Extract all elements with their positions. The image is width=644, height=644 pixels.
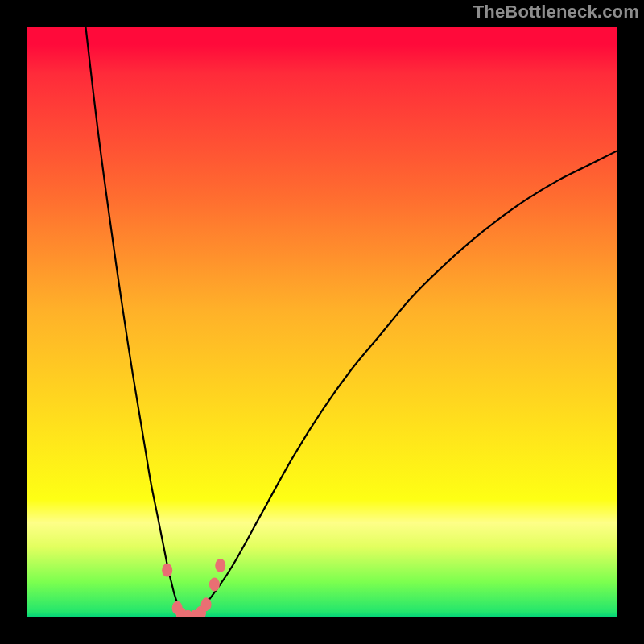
watermark: TheBottleneck.com <box>473 2 639 23</box>
chart-marker <box>209 577 220 591</box>
chart-svg <box>27 27 617 617</box>
bottleneck-curve <box>85 27 617 617</box>
chart-markers <box>162 559 225 617</box>
chart-marker <box>162 564 172 577</box>
chart-marker <box>215 559 225 572</box>
chart-plot-area <box>27 27 617 617</box>
chart-marker <box>201 597 212 611</box>
